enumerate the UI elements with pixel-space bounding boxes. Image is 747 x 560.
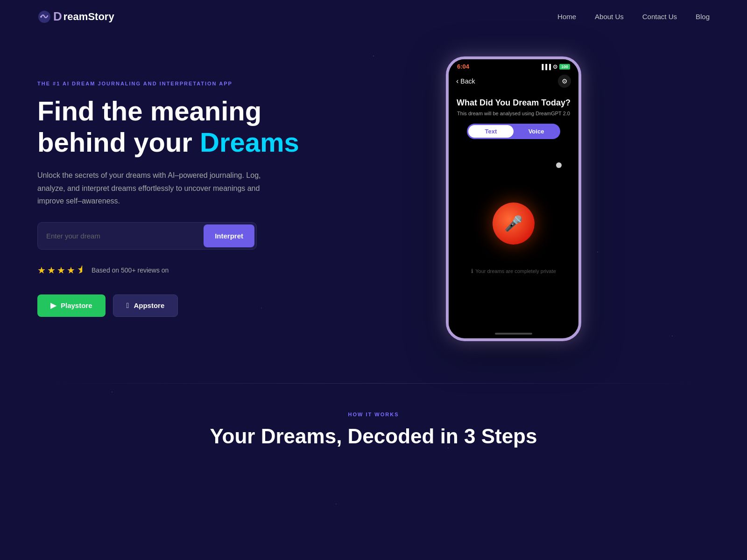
logo-icon: [37, 10, 51, 24]
info-icon: ℹ: [471, 268, 473, 274]
star-rating: ★ ★ ★ ★ ⯨: [37, 265, 86, 276]
mic-area: 🎤 ℹ Your dreams are completely private: [456, 153, 571, 324]
signal-icon: ▐▐▐: [540, 64, 551, 70]
dream-input-container: Interpret: [37, 222, 257, 250]
svg-point-1: [40, 16, 42, 18]
toggle-voice-option[interactable]: Voice: [514, 125, 559, 138]
logo[interactable]: DreamStory: [37, 9, 114, 24]
toggle-text-option[interactable]: Text: [468, 125, 514, 138]
phone-frame: 6:04 ▐▐▐ ⊙ 100 ‹ Back ⚙: [446, 56, 581, 341]
chevron-left-icon: ‹: [456, 77, 458, 85]
settings-icon: ⚙: [562, 77, 568, 85]
play-icon: ▶: [50, 301, 56, 310]
nav-blog[interactable]: Blog: [696, 13, 710, 21]
phone-mode-toggle[interactable]: Text Voice: [467, 124, 560, 139]
star-3: ★: [57, 265, 65, 276]
apple-icon: : [127, 301, 129, 310]
hero-tag: THE #1 AI DREAM JOURNALING AND INTERPRET…: [37, 81, 317, 86]
how-it-works-tag: HOW IT WORKS: [37, 412, 710, 417]
rating-text: Based on 500+ reviews on: [92, 266, 169, 274]
hero-description: Unlock the secrets of your dreams with A…: [37, 169, 261, 207]
rating-row: ★ ★ ★ ★ ⯨ Based on 500+ reviews on: [37, 265, 317, 276]
phone-time: 6:04: [457, 63, 469, 70]
phone-status-icons: ▐▐▐ ⊙ 100: [540, 63, 570, 70]
hero-title: Find the meaning behind your Dreams: [37, 96, 317, 158]
phone-back-button[interactable]: ‹ Back: [456, 77, 475, 85]
phone-content: What Did You Dream Today? This dream wil…: [449, 92, 578, 329]
phone-mockup-container: 6:04 ▐▐▐ ⊙ 100 ‹ Back ⚙: [317, 56, 710, 341]
star-1: ★: [37, 265, 46, 276]
phone-settings-button[interactable]: ⚙: [558, 75, 571, 88]
star-2: ★: [47, 265, 56, 276]
nav-about[interactable]: About Us: [595, 13, 624, 21]
microphone-icon: 🎤: [504, 215, 523, 232]
star-4: ★: [67, 265, 75, 276]
phone-dream-subtitle: This dream will be analysed using DreamG…: [457, 111, 570, 116]
playstore-button[interactable]: ▶ Playstore: [37, 294, 106, 317]
store-buttons: ▶ Playstore  Appstore: [37, 294, 317, 317]
microphone-button[interactable]: 🎤: [493, 203, 535, 245]
nav-contact[interactable]: Contact Us: [642, 13, 677, 21]
star-5: ⯨: [77, 265, 86, 276]
privacy-notice: ℹ Your dreams are completely private: [471, 268, 556, 274]
how-it-works-title: Your Dreams, Decoded in 3 Steps: [37, 425, 710, 448]
phone-status-bar: 6:04 ▐▐▐ ⊙ 100: [449, 59, 578, 72]
phone-dream-title: What Did You Dream Today?: [457, 98, 571, 108]
appstore-button[interactable]:  Appstore: [113, 294, 178, 317]
nav-home[interactable]: Home: [557, 13, 576, 21]
interpret-button[interactable]: Interpret: [204, 224, 254, 247]
mic-glow-dot: [556, 162, 562, 168]
phone-nav: ‹ Back ⚙: [449, 72, 578, 92]
dream-input[interactable]: [38, 224, 202, 247]
phone-mockup: 6:04 ▐▐▐ ⊙ 100 ‹ Back ⚙: [446, 56, 581, 341]
battery-indicator: 100: [559, 64, 570, 70]
phone-home-indicator: [495, 333, 532, 335]
wifi-icon: ⊙: [553, 63, 557, 70]
logo-text: reamStory: [63, 11, 114, 23]
how-it-works-section: HOW IT WORKS Your Dreams, Decoded in 3 S…: [0, 384, 747, 476]
